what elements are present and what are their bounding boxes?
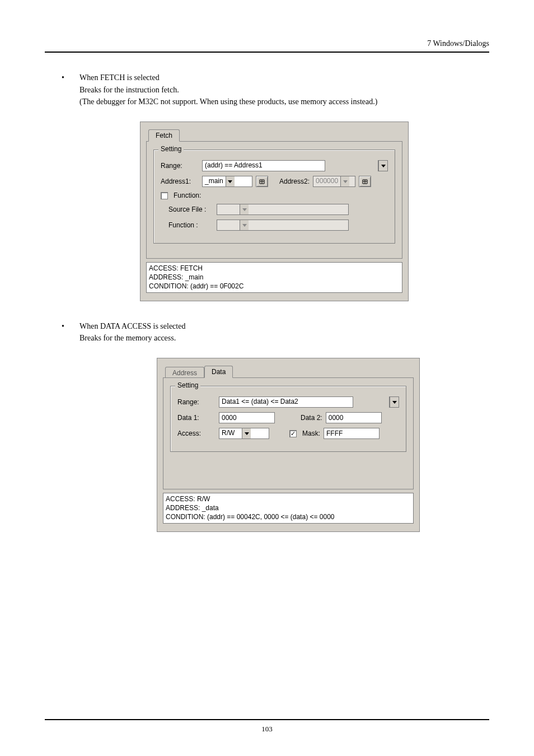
chevron-down-icon xyxy=(240,220,249,230)
range-dropdown[interactable] xyxy=(378,160,388,171)
chevron-down-icon xyxy=(242,428,251,438)
chevron-down-icon xyxy=(226,176,235,186)
address1-combo[interactable]: _main xyxy=(202,176,252,187)
chevron-down-icon xyxy=(390,397,399,407)
page-header: 7 Windows/Dialogs xyxy=(45,39,489,52)
sourcefile-label: Source File : xyxy=(168,206,213,213)
function-value xyxy=(217,220,240,230)
group-title: Setting xyxy=(158,145,184,153)
bullet-dot: • xyxy=(62,320,79,332)
data2-label: Data 2: xyxy=(301,414,322,422)
access-combo[interactable]: R/W xyxy=(219,428,269,439)
range-label: Range: xyxy=(177,398,216,406)
browse-icon xyxy=(362,178,368,185)
range-value: Data1 <= (data) <= Data2 xyxy=(219,397,301,407)
chevron-down-icon xyxy=(340,176,349,186)
bullet-data-access: • When DATA ACCESS is selected Breaks fo… xyxy=(62,320,489,344)
address2-browse-button[interactable] xyxy=(359,176,371,187)
bullet-line: (The debugger for M32C not support. When… xyxy=(79,96,489,108)
address2-value: 000000 xyxy=(313,176,340,186)
data-dialog: Address Data Setting Range: Data1 <= (da… xyxy=(157,358,420,532)
range-combo[interactable]: Data1 <= (data) <= Data2 xyxy=(219,396,353,408)
sourcefile-combo xyxy=(217,204,349,215)
mask-input[interactable] xyxy=(324,428,380,439)
range-value: (addr) == Address1 xyxy=(203,161,265,171)
tab-fetch[interactable]: Fetch xyxy=(148,129,180,142)
data1-label: Data 1: xyxy=(177,414,216,422)
access-label: Access: xyxy=(177,430,216,437)
function-checkbox[interactable] xyxy=(161,192,168,199)
address2-label: Address2: xyxy=(279,178,310,185)
bullet-line: Breaks for the instruction fetch. xyxy=(79,84,489,96)
range-label: Range: xyxy=(161,162,199,170)
data1-input[interactable] xyxy=(219,412,275,423)
mask-checkbox[interactable] xyxy=(289,430,297,437)
chevron-down-icon xyxy=(240,204,249,214)
footer-rule xyxy=(45,719,489,720)
address1-value: _main xyxy=(203,176,226,186)
sourcefile-value xyxy=(217,204,240,214)
fetch-dialog: Fetch Setting Range: (addr) == Address1 xyxy=(140,122,409,301)
function-check-label: Function: xyxy=(174,192,201,199)
chevron-down-icon xyxy=(378,161,387,171)
range-dropdown[interactable] xyxy=(389,396,399,408)
bullet-title: When FETCH is selected xyxy=(79,72,489,84)
tab-data[interactable]: Data xyxy=(204,366,233,378)
tab-address[interactable]: Address xyxy=(165,367,204,379)
address1-browse-button[interactable] xyxy=(256,176,268,187)
mask-label: Mask: xyxy=(302,430,320,437)
function-combo xyxy=(217,220,349,231)
bullet-fetch: • When FETCH is selected Breaks for the … xyxy=(62,72,489,108)
bullet-line: Breaks for the memory access. xyxy=(79,332,489,344)
data2-input[interactable] xyxy=(326,412,382,423)
bullet-title: When DATA ACCESS is selected xyxy=(79,320,489,333)
bullet-dot: • xyxy=(62,72,79,83)
header-rule xyxy=(45,52,489,53)
status-panel: ACCESS: R/W ADDRESS: _data CONDITION: (a… xyxy=(163,493,414,524)
setting-group: Setting Range: (addr) == Address1 Addres… xyxy=(153,150,395,244)
browse-icon xyxy=(259,178,265,185)
group-title: Setting xyxy=(175,381,200,389)
range-combo[interactable]: (addr) == Address1 xyxy=(202,160,325,171)
address2-combo: 000000 xyxy=(313,176,355,187)
page-number: 103 xyxy=(0,725,534,734)
address1-label: Address1: xyxy=(161,178,199,185)
function-label: Function : xyxy=(168,221,213,229)
status-panel: ACCESS: FETCH ADDRESS: _main CONDITION: … xyxy=(146,262,402,293)
access-value: R/W xyxy=(219,428,242,438)
setting-group: Setting Range: Data1 <= (data) <= Data2 … xyxy=(170,386,406,452)
